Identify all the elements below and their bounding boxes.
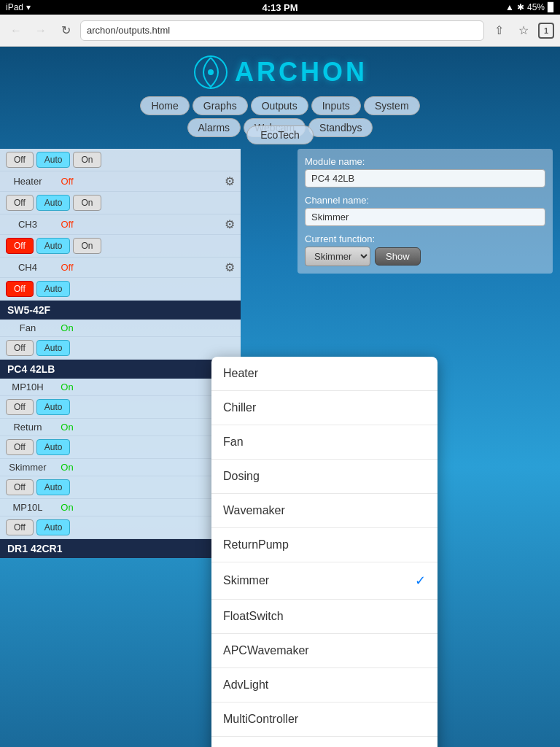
device-row: Off Auto On bbox=[0, 192, 241, 214]
ch4-status: Off bbox=[52, 262, 82, 273]
off-button[interactable]: Off bbox=[6, 439, 34, 455]
module-name-label: Module name: bbox=[305, 156, 545, 167]
device-row: Off Auto bbox=[0, 436, 241, 459]
fan-status: On bbox=[52, 322, 82, 333]
ch3-status: Off bbox=[52, 219, 82, 230]
off-button[interactable]: Off bbox=[6, 152, 34, 168]
sw5-header: SW5-42F bbox=[0, 301, 241, 320]
module-name-input[interactable] bbox=[305, 169, 545, 187]
mp10l-row: MP10L On bbox=[0, 499, 241, 516]
dropdown-item-multicontroller[interactable]: MultiController bbox=[211, 703, 438, 737]
back-button[interactable]: ← bbox=[6, 20, 26, 41]
fan-label: Fan bbox=[6, 322, 50, 333]
mp10l-label: MP10L bbox=[6, 502, 50, 513]
dropdown-item-fan[interactable]: Fan bbox=[211, 425, 438, 460]
device-row: Off Auto bbox=[0, 476, 241, 499]
on-button[interactable]: On bbox=[73, 152, 101, 168]
archon-title: ARCHON bbox=[235, 57, 368, 88]
signal-icon: ▲ bbox=[505, 2, 514, 12]
battery-icon: ▉ bbox=[548, 2, 554, 12]
time-label: 4:13 PM bbox=[262, 2, 298, 13]
ch3-gear-icon[interactable]: ⚙ bbox=[225, 217, 235, 231]
mp10h-row: MP10H On bbox=[0, 379, 241, 396]
pc4-header: PC4 42LB bbox=[0, 360, 241, 379]
forward-button[interactable]: → bbox=[31, 20, 51, 41]
dropdown-item-apcwavemaker[interactable]: APCWavemaker bbox=[211, 634, 438, 668]
function-select[interactable]: Skimmer bbox=[305, 247, 370, 266]
auto-button[interactable]: Auto bbox=[36, 479, 71, 495]
off-button[interactable]: Off bbox=[6, 340, 34, 356]
wifi-icon: ▾ bbox=[26, 2, 31, 12]
nav-outputs[interactable]: Outputs bbox=[251, 96, 308, 115]
skimmer-row: Skimmer On bbox=[0, 459, 241, 476]
channel-name-label: Channel name: bbox=[305, 195, 545, 206]
off-button[interactable]: Off bbox=[6, 195, 34, 211]
ch4-label: CH4 bbox=[6, 262, 50, 273]
bookmark-button[interactable]: ☆ bbox=[513, 20, 534, 41]
show-button[interactable]: Show bbox=[375, 247, 421, 266]
off-button[interactable]: Off bbox=[6, 519, 34, 535]
url-text: archon/outputs.html bbox=[87, 25, 170, 36]
off-button[interactable]: Off bbox=[6, 399, 34, 415]
bluetooth-icon: ✱ bbox=[517, 2, 524, 12]
status-bar: iPad ▾ 4:13 PM ▲ ✱ 45% ▉ bbox=[0, 0, 560, 15]
heater-label: Heater bbox=[6, 176, 50, 187]
tab-count[interactable]: 1 bbox=[538, 23, 554, 39]
device-row: Off Auto bbox=[0, 337, 241, 360]
ecotech-button[interactable]: EcoTech bbox=[246, 125, 314, 144]
auto-button[interactable]: Auto bbox=[36, 238, 71, 254]
dropdown-item-wavemaker[interactable]: Wavemaker bbox=[211, 494, 438, 528]
auto-button[interactable]: Auto bbox=[36, 195, 71, 211]
battery-label: 45% bbox=[527, 2, 545, 12]
svg-point-1 bbox=[208, 69, 214, 75]
off-button[interactable]: Off bbox=[6, 479, 34, 495]
function-dropdown[interactable]: Heater Chiller Fan Dosing Wavemaker Retu… bbox=[211, 357, 438, 747]
skimmer-status: On bbox=[52, 462, 82, 473]
archon-logo-icon bbox=[192, 54, 229, 90]
auto-button[interactable]: Auto bbox=[36, 281, 71, 297]
browser-chrome: ← → ↻ archon/outputs.html ⇧ ☆ 1 bbox=[0, 15, 560, 47]
dropdown-item-floatswitch[interactable]: FloatSwitch bbox=[211, 600, 438, 634]
off-red-button[interactable]: Off bbox=[6, 281, 34, 297]
dropdown-item-dosing[interactable]: Dosing bbox=[211, 460, 438, 494]
nav-alarms[interactable]: Alarms bbox=[187, 118, 241, 137]
channel-name-input[interactable] bbox=[305, 208, 545, 226]
ch4-gear-icon[interactable]: ⚙ bbox=[225, 260, 235, 274]
selected-checkmark: ✓ bbox=[415, 573, 426, 589]
return-status: On bbox=[52, 422, 82, 433]
share-button[interactable]: ⇧ bbox=[489, 20, 509, 41]
device-row: Off Auto On bbox=[0, 235, 241, 258]
auto-button[interactable]: Auto bbox=[36, 519, 71, 535]
nav-inputs[interactable]: Inputs bbox=[311, 96, 361, 115]
logo-area: ARCHON bbox=[192, 54, 368, 90]
dropdown-item-returnpump[interactable]: ReturnPump bbox=[211, 528, 438, 562]
heater-gear-icon[interactable]: ⚙ bbox=[225, 174, 235, 188]
dropdown-item-timedcontroller[interactable]: TimedController bbox=[211, 737, 438, 747]
dropdown-item-skimmer[interactable]: Skimmer ✓ bbox=[211, 562, 438, 600]
dropdown-item-heater[interactable]: Heater bbox=[211, 357, 438, 391]
auto-button[interactable]: Auto bbox=[36, 152, 71, 168]
off-red-button[interactable]: Off bbox=[6, 238, 34, 254]
dr1-header: DR1 42CR1 bbox=[0, 539, 241, 558]
heater-status: Off bbox=[52, 176, 82, 187]
reload-button[interactable]: ↻ bbox=[55, 20, 76, 41]
auto-button[interactable]: Auto bbox=[36, 399, 71, 415]
nav-standbys[interactable]: Standbys bbox=[308, 118, 373, 137]
nav-graphs[interactable]: Graphs bbox=[192, 96, 248, 115]
carrier-label: iPad bbox=[6, 2, 23, 12]
address-bar[interactable]: archon/outputs.html bbox=[80, 20, 484, 41]
mp10h-label: MP10H bbox=[6, 382, 50, 392]
on-button[interactable]: On bbox=[73, 238, 101, 254]
device-row: Off Auto bbox=[0, 278, 241, 301]
auto-button[interactable]: Auto bbox=[36, 439, 71, 455]
device-row: Off Auto bbox=[0, 396, 241, 419]
function-row: Skimmer Show bbox=[305, 247, 545, 266]
nav-home[interactable]: Home bbox=[140, 96, 189, 115]
nav-system[interactable]: System bbox=[364, 96, 420, 115]
auto-button[interactable]: Auto bbox=[36, 340, 71, 356]
on-button[interactable]: On bbox=[73, 195, 101, 211]
dropdown-item-chiller[interactable]: Chiller bbox=[211, 391, 438, 425]
dropdown-item-advlight[interactable]: AdvLight bbox=[211, 668, 438, 703]
return-row: Return On bbox=[0, 419, 241, 436]
mp10l-status: On bbox=[52, 502, 82, 513]
